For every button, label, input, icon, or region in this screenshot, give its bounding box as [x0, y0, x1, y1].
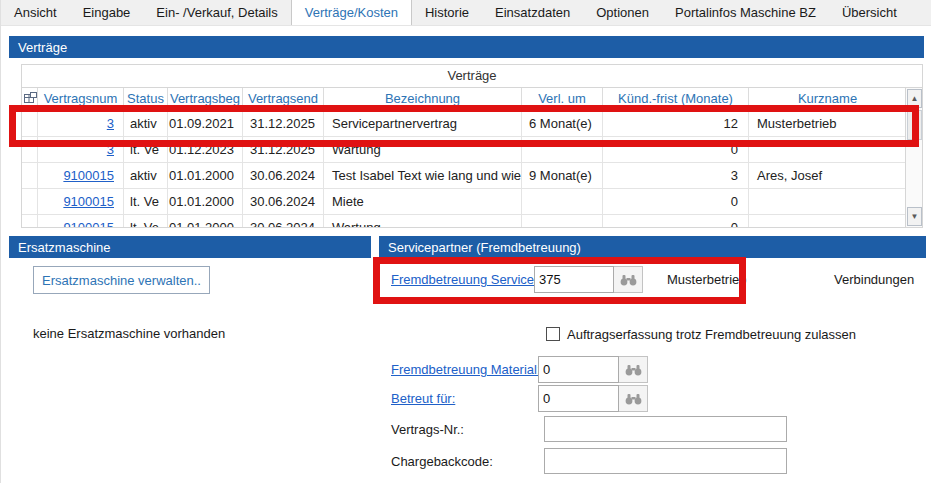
tab-einsatzdaten[interactable]: Einsatzdaten [482, 0, 583, 25]
tab-eingabe[interactable]: Eingabe [70, 0, 144, 25]
row-selector[interactable] [22, 137, 38, 162]
scrollbar-thumb[interactable] [907, 110, 922, 140]
servicepartner-panel-title: Servicepartner (Fremdbetreuung) [388, 240, 581, 255]
contracts-table-group-header: Verträge [22, 65, 922, 88]
cell-status: lt. Ve [124, 215, 168, 228]
cell-vertragsend: 30.06.2024 [243, 163, 324, 188]
column-header-verl-um[interactable]: Verl. um [522, 88, 603, 110]
table-row[interactable]: 3 aktiv 01.09.2021 31.12.2025 Servicepar… [22, 111, 922, 137]
ersatzmaschine-status-text: keine Ersatzmaschine vorhanden [33, 326, 225, 341]
tab-portalinfos-maschine-bz[interactable]: Portalinfos Maschine BZ [662, 0, 829, 25]
cell-vertragsend: 31.12.2025 [243, 111, 324, 136]
cell-verl-um: 6 Monat(e) [522, 111, 603, 136]
tab-optionen[interactable]: Optionen [583, 0, 662, 25]
column-header-bezeichnung[interactable]: Bezeichnung [324, 88, 522, 110]
verbindungen-label[interactable]: Verbindungen [834, 272, 914, 287]
cell-bezeichnung: Servicepartnervertrag [324, 111, 522, 136]
tab-historie[interactable]: Historie [412, 0, 482, 25]
cell-kuend-frist: 12 [603, 111, 749, 136]
chargebackcode-input[interactable] [544, 448, 787, 474]
contract-number-link[interactable]: 3 [107, 116, 114, 131]
tab-bar: Ansicht Eingabe Ein- /Verkauf, Details V… [1, 0, 931, 26]
cell-status: lt. Ve [124, 137, 168, 162]
cell-kurzname [749, 189, 907, 214]
cell-verl-um [522, 189, 603, 214]
cell-vertragsbeg: 01.12.2023 [168, 137, 243, 162]
cell-vertragsbeg: 01.01.2000 [168, 163, 243, 188]
cell-status: lt. Ve [124, 189, 168, 214]
row-selector[interactable] [22, 215, 38, 228]
cell-kurzname [749, 215, 907, 228]
betreut-fuer-link[interactable]: Betreut für: [391, 391, 455, 406]
column-header-status[interactable]: Status [124, 88, 168, 110]
cell-kuend-frist: 0 [603, 137, 749, 162]
chargebackcode-label: Chargebackcode: [391, 454, 493, 469]
cell-verl-um: 9 Monat(e) [522, 163, 603, 188]
table-row[interactable]: 9100015 aktiv 01.01.2000 30.06.2024 Test… [22, 163, 922, 189]
ersatzmaschine-verwalten-button[interactable]: Ersatzmaschine verwalten.. [33, 266, 210, 294]
row-selector[interactable] [22, 111, 38, 136]
cell-vertragsbeg: 01.01.2000 [168, 189, 243, 214]
row-selector[interactable] [22, 163, 38, 188]
vertrags-nr-input[interactable] [544, 416, 787, 442]
table-row[interactable]: 9100015 lt. Ve 01.01.2000 30.06.2024 War… [22, 215, 922, 228]
tab-uebersicht[interactable]: Übersicht [829, 0, 910, 25]
cell-verl-um [522, 137, 603, 162]
cell-status: aktiv [124, 111, 168, 136]
vertraege-panel-title: Verträge [18, 40, 67, 55]
fremdbetreuung-service-input[interactable] [534, 266, 614, 293]
cell-vertragsbeg: 01.09.2021 [168, 111, 243, 136]
fremdbetreuung-material-input[interactable] [538, 356, 619, 383]
cell-kuend-frist: 3 [603, 163, 749, 188]
cell-vertragsbeg: 01.01.2000 [168, 215, 243, 228]
vertrags-nr-label: Vertrags-Nr.: [391, 422, 464, 437]
betreut-fuer-input[interactable] [538, 385, 619, 412]
servicepartner-panel-header: Servicepartner (Fremdbetreuung) [379, 236, 926, 258]
auftragserfassung-checkbox[interactable] [546, 327, 560, 341]
binoculars-search-icon [620, 274, 637, 286]
row-selector[interactable] [22, 189, 38, 214]
cell-kuend-frist: 0 [603, 189, 749, 214]
auftragserfassung-checkbox-label: Auftragserfassung trotz Fremdbetreuung z… [567, 327, 856, 342]
contracts-table: Verträge Vertragsnum Status Vertragsbeg … [21, 64, 923, 228]
betreut-fuer-lookup-button[interactable] [619, 385, 648, 412]
scroll-up-arrow-icon[interactable]: ▲ [907, 89, 922, 108]
table-properties-icon[interactable] [22, 88, 38, 110]
table-row[interactable]: 3 lt. Ve 01.12.2023 31.12.2025 Wartung 0 [22, 137, 922, 163]
cell-kuend-frist: 0 [603, 215, 749, 228]
binoculars-search-icon [625, 364, 642, 376]
column-header-vertragsnum[interactable]: Vertragsnum [38, 88, 124, 110]
fremdbetreuung-service-lookup-button[interactable] [614, 266, 643, 293]
cell-bezeichnung: Wartung [324, 215, 522, 228]
table-row[interactable]: 9100015 lt. Ve 01.01.2000 30.06.2024 Mie… [22, 189, 922, 215]
contract-number-link[interactable]: 9100015 [63, 220, 114, 228]
table-vertical-scrollbar[interactable]: ▲ ▼ [905, 88, 922, 227]
fremdbetreuung-service-company-text: Musterbetrieb [667, 272, 746, 287]
tab-ansicht[interactable]: Ansicht [1, 0, 70, 25]
fremdbetreuung-material-lookup-button[interactable] [619, 356, 648, 383]
fremdbetreuung-material-link[interactable]: Fremdbetreuung Material: [391, 362, 541, 377]
contract-number-link[interactable]: 9100015 [63, 194, 114, 209]
cell-kurzname [749, 137, 907, 162]
cell-verl-um [522, 215, 603, 228]
ersatzmaschine-panel-header: Ersatzmaschine [9, 236, 371, 258]
column-header-kuend-frist[interactable]: Künd.-frist (Monate) [603, 88, 749, 110]
tab-ein-verkauf-details[interactable]: Ein- /Verkauf, Details [143, 0, 290, 25]
vertraege-panel-header: Verträge [9, 36, 924, 58]
column-header-vertragsend[interactable]: Vertragsend [243, 88, 324, 110]
contract-number-link[interactable]: 9100015 [63, 168, 114, 183]
cell-status: aktiv [124, 163, 168, 188]
cell-vertragsend: 31.12.2025 [243, 137, 324, 162]
column-header-vertragsbeg[interactable]: Vertragsbeg [168, 88, 243, 110]
binoculars-search-icon [625, 393, 642, 405]
tab-vertraege-kosten[interactable]: Verträge/Kosten [291, 0, 412, 25]
cell-bezeichnung: Test Isabel Text wie lang und wie [324, 163, 522, 188]
cell-bezeichnung: Miete [324, 189, 522, 214]
fremdbetreuung-service-link[interactable]: Fremdbetreuung Service: [391, 272, 538, 287]
column-header-kurzname[interactable]: Kurzname [749, 88, 907, 110]
contract-number-link[interactable]: 3 [107, 142, 114, 157]
cell-bezeichnung: Wartung [324, 137, 522, 162]
machine-details-window: Ansicht Eingabe Ein- /Verkauf, Details V… [0, 0, 931, 483]
servicepartner-panel-body: Fremdbetreuung Service: Musterbetrieb Ve… [379, 258, 926, 483]
scroll-down-arrow-icon[interactable]: ▼ [907, 207, 922, 226]
